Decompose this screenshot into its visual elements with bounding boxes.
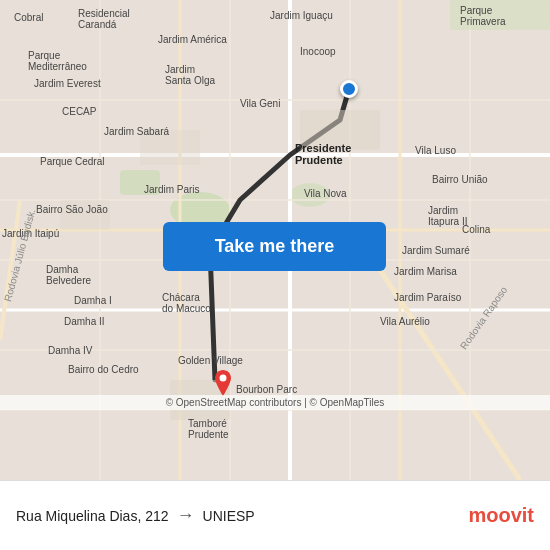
- svg-point-26: [220, 375, 227, 382]
- route-info: Rua Miquelina Dias, 212 → UNIESP: [16, 505, 255, 526]
- svg-rect-25: [450, 0, 550, 30]
- svg-point-3: [290, 183, 330, 207]
- take-me-there-button[interactable]: Take me there: [163, 222, 386, 271]
- svg-rect-23: [60, 200, 110, 230]
- svg-rect-2: [120, 170, 160, 195]
- svg-rect-22: [140, 130, 200, 165]
- origin-marker: [340, 80, 358, 98]
- destination-label: UNIESP: [203, 508, 255, 524]
- origin-label: Rua Miquelina Dias, 212: [16, 508, 169, 524]
- map-container: Cobral ResidencialCarandá Jardim Iguaçu …: [0, 0, 550, 480]
- arrow-icon: →: [177, 505, 195, 526]
- moovit-brand-text: moovit: [468, 504, 534, 527]
- svg-rect-21: [300, 110, 380, 150]
- map-attribution: © OpenStreetMap contributors | © OpenMap…: [0, 395, 550, 410]
- moovit-logo: moovit: [468, 504, 534, 527]
- bottom-bar: Rua Miquelina Dias, 212 → UNIESP moovit: [0, 480, 550, 550]
